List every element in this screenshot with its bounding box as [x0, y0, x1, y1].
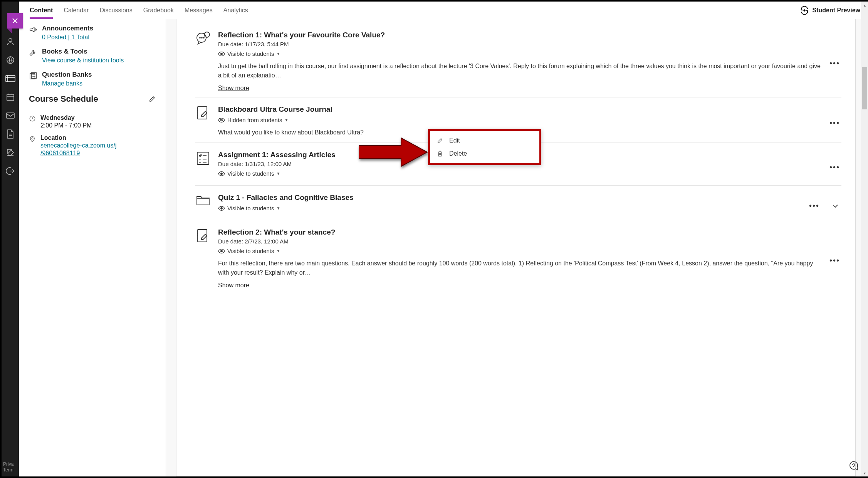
item-more-button[interactable]: •••	[828, 117, 841, 129]
document-rail-icon[interactable]	[5, 129, 16, 139]
item-title[interactable]: Quiz 1 - Fallacies and Cognitive Biases	[218, 193, 801, 202]
course-tabs: Content Calendar Discussions Gradebook M…	[30, 2, 248, 18]
item-more-button[interactable]: •••	[828, 57, 841, 69]
item-description: Just to get the ball rolling in this cou…	[218, 62, 821, 80]
chevron-down-icon: ▼	[276, 249, 280, 253]
eye-icon	[218, 248, 225, 254]
tab-messages[interactable]: Messages	[185, 2, 213, 18]
show-more-link[interactable]: Show more	[218, 282, 249, 289]
globe-icon[interactable]	[5, 55, 16, 65]
item-title[interactable]: Reflection 2: What's your stance?	[218, 228, 821, 236]
visibility-label: Visible to students	[227, 205, 274, 211]
svg-rect-21	[198, 230, 207, 242]
eye-off-icon	[218, 117, 225, 123]
bank-icon	[29, 72, 37, 80]
signout-rail-icon[interactable]	[5, 166, 16, 176]
eye-icon	[218, 171, 225, 176]
wrench-icon	[29, 49, 37, 57]
tab-content[interactable]: Content	[30, 2, 53, 18]
megaphone-icon	[29, 25, 37, 34]
pencil-icon	[437, 138, 444, 144]
location-icon	[29, 135, 36, 143]
scroll-thumb[interactable]	[862, 67, 867, 109]
visibility-toggle[interactable]: Hidden from students ▼	[218, 117, 821, 123]
student-preview-button[interactable]: Student Preview	[800, 6, 860, 15]
item-title[interactable]: Blackboard Ultra Course Journal	[218, 105, 821, 114]
svg-marker-23	[359, 138, 427, 166]
location-link-2[interactable]: /96061068119	[40, 150, 116, 157]
schedule-day: Wednesday	[40, 114, 92, 121]
edit-schedule-icon[interactable]	[149, 96, 156, 102]
chevron-down-icon: ▼	[285, 118, 289, 122]
svg-point-12	[200, 37, 200, 38]
ctx-edit[interactable]: Edit	[430, 134, 539, 147]
mail-rail-icon[interactable]	[5, 110, 16, 121]
scroll-down-icon[interactable]: ▾	[861, 470, 868, 476]
window-scrollbar[interactable]: ▴ ▾	[861, 2, 868, 476]
item-title[interactable]: Reflection 1: What's your Favourite Core…	[218, 31, 821, 39]
item-due: Due date: 1/17/23, 5:44 PM	[218, 41, 821, 47]
announcements-link[interactable]: 0 Posted | 1 Total	[42, 34, 93, 41]
svg-point-14	[203, 37, 204, 38]
folder-icon	[195, 193, 211, 210]
scroll-up-icon[interactable]: ▴	[861, 2, 868, 8]
chevron-down-icon: ▼	[276, 171, 280, 176]
ctx-edit-label: Edit	[449, 137, 460, 144]
tab-gradebook[interactable]: Gradebook	[143, 2, 174, 18]
books-link[interactable]: View course & institution tools	[42, 57, 124, 64]
visibility-toggle[interactable]: Visible to students ▼	[218, 248, 821, 254]
tab-analytics[interactable]: Analytics	[223, 2, 248, 18]
item-more-button[interactable]: •••	[808, 200, 821, 212]
item-context-menu: Edit Delete	[428, 129, 541, 165]
content-item: Reflection 2: What's your stance? Due da…	[195, 220, 841, 294]
visibility-toggle[interactable]: Visible to students ▼	[218, 205, 801, 211]
visibility-toggle[interactable]: Visible to students ▼	[218, 50, 821, 57]
close-panel-button[interactable]	[7, 13, 23, 29]
compose-rail-icon[interactable]	[5, 147, 16, 158]
journal-icon	[195, 105, 211, 121]
ctx-delete[interactable]: Delete	[430, 147, 539, 160]
tab-discussions[interactable]: Discussions	[99, 2, 132, 18]
eye-icon	[218, 51, 225, 57]
expand-folder-button[interactable]	[829, 203, 841, 210]
footer-terms[interactable]: Term	[3, 467, 13, 473]
schedule-title: Course Schedule	[29, 94, 98, 104]
qbanks-title: Question Banks	[42, 71, 92, 79]
profile-icon[interactable]	[5, 36, 16, 47]
footer-privacy[interactable]: Priva	[3, 461, 13, 468]
svg-point-0	[9, 39, 12, 42]
help-button[interactable]	[848, 460, 860, 472]
visibility-label: Hidden from students	[227, 117, 282, 123]
svg-point-20	[221, 207, 223, 209]
item-more-button[interactable]: •••	[828, 255, 841, 267]
announcements-title: Announcements	[42, 25, 93, 32]
visibility-toggle[interactable]: Visible to students ▼	[218, 170, 821, 177]
content-pane: Reflection 1: What's your Favourite Core…	[166, 19, 866, 476]
svg-rect-2	[6, 75, 15, 82]
preview-icon	[800, 6, 809, 15]
qbanks-link[interactable]: Manage banks	[42, 80, 92, 87]
rail-nav: Priva Term	[2, 2, 19, 476]
svg-point-5	[804, 10, 805, 11]
content-list: Reflection 1: What's your Favourite Core…	[176, 19, 856, 476]
content-item: Quiz 1 - Fallacies and Cognitive Biases …	[195, 186, 841, 220]
eye-icon	[218, 206, 225, 211]
item-more-button[interactable]: •••	[828, 161, 841, 173]
visibility-label: Visible to students	[227, 248, 274, 254]
chevron-down-icon: ▼	[276, 206, 280, 210]
svg-rect-4	[7, 113, 14, 118]
clock-icon	[29, 115, 36, 122]
courses-icon[interactable]	[5, 73, 16, 84]
svg-rect-3	[7, 94, 14, 101]
svg-rect-18	[197, 152, 209, 164]
student-preview-label: Student Preview	[813, 7, 860, 14]
annotation-arrow	[359, 135, 428, 169]
books-title: Books & Tools	[42, 48, 124, 55]
details-sidepanel: Announcements 0 Posted | 1 Total Books &…	[19, 19, 166, 476]
show-more-link[interactable]: Show more	[218, 85, 249, 92]
tab-calendar[interactable]: Calendar	[64, 2, 89, 18]
svg-point-13	[201, 37, 202, 38]
location-link-1[interactable]: senecacollege-ca.zoom.us/j	[40, 142, 116, 149]
visibility-label: Visible to students	[227, 50, 274, 57]
calendar-rail-icon[interactable]	[5, 92, 16, 102]
